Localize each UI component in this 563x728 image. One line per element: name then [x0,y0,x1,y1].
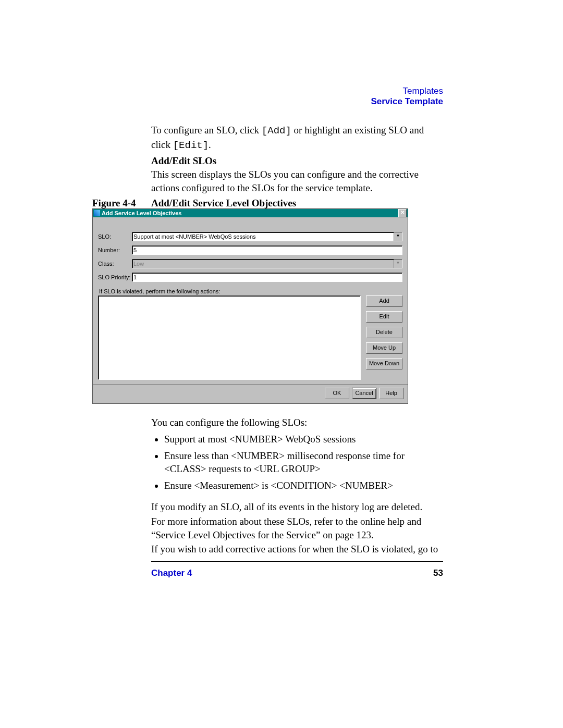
figure-caption: Add/Edit Service Level Objectives [151,198,296,209]
number-label: Number: [98,247,132,253]
add-button[interactable]: Add [366,295,402,307]
priority-label: SLO Priority: [98,274,132,280]
chevron-down-icon[interactable]: ▼ [394,232,402,241]
actions-caption: If SLO is violated, perform the followin… [94,288,408,294]
page-header: Templates Service Template [371,86,443,107]
slo-select[interactable]: Support at most <NUMBER> WebQoS sessions… [132,232,402,241]
header-section-name: Service Template [371,96,443,107]
intro-text-3: . [209,139,211,150]
footer-chapter: Chapter 4 [151,568,192,578]
number-value: 5 [133,247,137,253]
section-body: This screen displays the SLOs you can co… [151,168,443,194]
list-item: Support at most <NUMBER> WebQoS sessions [164,433,443,446]
para-corrective: If you wish to add corrective actions fo… [151,542,443,556]
app-icon [94,210,100,216]
list-item: Ensure <Measurement> is <CONDITION> <NUM… [164,479,443,492]
footer-rule [151,561,443,562]
class-label: Class: [98,261,132,267]
priority-value: 1 [133,274,137,280]
header-chapter-name: Templates [371,86,443,96]
footer-page-number: 53 [433,568,443,578]
intro-code-add: [Add] [262,125,291,137]
post-figure-lead: You can configure the following SLOs: [151,416,443,429]
ok-button[interactable]: OK [325,388,349,399]
page-footer: Chapter 4 53 [151,568,443,578]
list-item: Ensure less than <NUMBER> millisecond re… [164,449,443,476]
cancel-button[interactable]: Cancel [352,388,376,399]
class-value: Low [133,261,144,267]
slo-value: Support at most <NUMBER> WebQoS sessions [133,233,256,240]
para-modify: If you modify an SLO, all of its events … [151,500,443,514]
edit-button[interactable]: Edit [366,311,402,323]
close-icon[interactable]: ✕ [398,209,407,217]
intro-text: To configure an SLO, click [151,125,262,135]
help-button[interactable]: Help [379,388,403,399]
chevron-down-icon: ▼ [394,260,402,268]
actions-listbox[interactable] [98,295,361,380]
intro-code-edit: [Edit] [173,140,209,151]
movedown-button[interactable]: Move Down [366,358,402,369]
add-slo-dialog: Add Service Level Objectives ✕ SLO: Supp… [92,208,408,404]
para-moreinfo: For more information about these SLOs, r… [151,515,443,541]
slo-bullet-list: Support at most <NUMBER> WebQoS sessions… [151,429,443,499]
delete-button[interactable]: Delete [366,327,402,338]
number-input[interactable]: 5 [132,245,402,255]
figure-label: Figure 4-4 Add/Edit Service Level Object… [92,198,296,209]
moveup-button[interactable]: Move Up [366,342,402,354]
class-select: Low ▼ [132,259,402,268]
intro-paragraph: To configure an SLO, click [Add] or high… [151,124,443,152]
dialog-titlebar: Add Service Level Objectives ✕ [93,209,408,217]
section-heading: Add/Edit SLOs [151,154,443,168]
slo-label: SLO: [98,233,132,240]
priority-input[interactable]: 1 [132,273,402,282]
dialog-title: Add Service Level Objectives [102,210,181,216]
figure-number: Figure 4-4 [92,198,151,209]
